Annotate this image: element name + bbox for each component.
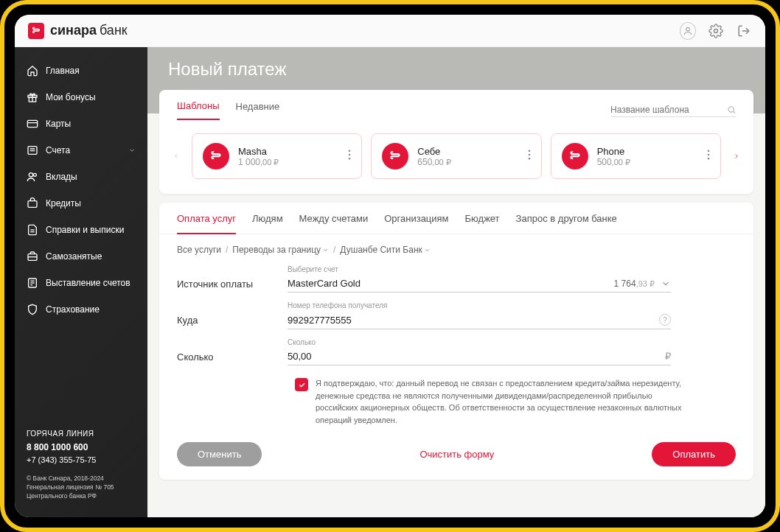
gift-icon [27, 91, 38, 103]
chevron-down-icon [128, 147, 136, 154]
svg-point-25 [349, 154, 351, 156]
chevron-down-icon [661, 279, 671, 289]
deposits-icon [27, 171, 38, 183]
tab-recent[interactable]: Недавние [236, 101, 280, 119]
templates-panel: Шаблоны Недавние Masha 1 [159, 90, 753, 194]
template-search-input[interactable] [610, 105, 722, 115]
sidebar-item-loans[interactable]: Кредиты [15, 190, 147, 217]
sidebar: Главная Мои бонусы Карты Счета Вклады [15, 47, 147, 517]
settings-button[interactable] [708, 23, 724, 39]
breadcrumb-root[interactable]: Все услуги [177, 245, 221, 255]
tab-templates[interactable]: Шаблоны [177, 100, 220, 120]
sidebar-item-accounts[interactable]: Счета [15, 137, 147, 164]
confirm-text: Я подтверждаю, что: данный перевод не св… [316, 377, 684, 426]
svg-point-29 [528, 158, 530, 160]
svg-point-11 [29, 173, 32, 177]
template-more-button[interactable] [528, 150, 531, 163]
sidebar-item-label: Самозанятые [46, 251, 102, 262]
dots-vertical-icon [528, 150, 531, 160]
source-label: Источник оплаты [177, 265, 288, 290]
template-more-button[interactable] [348, 150, 351, 163]
svg-point-22 [728, 107, 734, 112]
hotline-phone-2[interactable]: +7 (343) 355-75-75 [27, 454, 136, 466]
template-icon [562, 143, 588, 169]
svg-rect-13 [28, 201, 37, 208]
dots-vertical-icon [348, 150, 351, 160]
svc-tab-between[interactable]: Между счетами [299, 213, 369, 234]
dest-input[interactable] [288, 315, 659, 326]
svc-tab-otherbank[interactable]: Запрос в другом банке [516, 213, 617, 234]
svc-tab-budget[interactable]: Бюджет [465, 213, 500, 234]
source-select[interactable]: MasterCard Gold 1 764,93 ₽ [288, 275, 671, 293]
dest-caption: Номер телефона получателя [288, 301, 671, 309]
template-search[interactable] [610, 103, 736, 117]
sidebar-item-home[interactable]: Главная [15, 57, 147, 84]
gear-icon [708, 24, 723, 38]
breadcrumb-l2[interactable]: Душанбе Сити Банк [340, 245, 430, 255]
logout-icon [737, 24, 751, 38]
confirm-checkbox[interactable] [295, 378, 308, 391]
amount-input[interactable] [288, 351, 665, 362]
template-card[interactable]: Phone 500,00 ₽ [551, 133, 721, 179]
sidebar-item-label: Карты [46, 119, 71, 129]
cancel-button[interactable]: Отменить [177, 442, 262, 466]
svg-point-12 [33, 173, 36, 176]
chevron-down-icon [424, 247, 431, 253]
loans-icon [27, 197, 38, 209]
legal-line-1: © Банк Синара, 2018-2024 [27, 475, 136, 483]
sidebar-item-label: Вклады [46, 172, 77, 182]
svg-point-1 [714, 29, 718, 32]
sidebar-item-insurance[interactable]: Страхование [15, 296, 147, 323]
currency-symbol: ₽ [665, 351, 671, 362]
invoice-icon [27, 277, 38, 289]
breadcrumb-sep: / [333, 245, 335, 255]
sidebar-item-label: Выставление счетов [46, 278, 130, 288]
legal-line-3: Центрального банка РФ [27, 492, 136, 501]
svc-tab-orgs[interactable]: Организациям [384, 213, 448, 234]
svg-point-27 [528, 150, 530, 152]
help-button[interactable]: ? [659, 314, 671, 326]
breadcrumb-l1[interactable]: Переводы за границу [232, 245, 329, 255]
templates-prev[interactable] [170, 151, 183, 161]
sidebar-item-cards[interactable]: Карты [15, 111, 147, 137]
sidebar-item-deposits[interactable]: Вклады [15, 164, 147, 190]
chevron-right-icon [733, 151, 740, 161]
template-amount: 650,00 ₽ [417, 157, 518, 167]
avatar-icon [680, 22, 696, 40]
accounts-icon [27, 144, 38, 156]
svc-tab-services[interactable]: Оплата услуг [177, 213, 236, 234]
template-amount: 500,00 ₽ [597, 157, 698, 167]
sidebar-item-selfemployed[interactable]: Самозанятые [15, 243, 147, 270]
shield-icon [27, 304, 38, 315]
sidebar-item-invoicing[interactable]: Выставление счетов [15, 270, 147, 296]
payment-form-panel: Оплата услуг Людям Между счетами Организ… [159, 203, 753, 480]
chevron-left-icon [173, 151, 180, 161]
source-value: MasterCard Gold [288, 278, 614, 289]
template-more-button[interactable] [707, 150, 710, 163]
brand-logo-icon [28, 23, 44, 39]
main-content: Новый платеж Шаблоны Недавние [147, 47, 765, 517]
svg-point-32 [708, 158, 710, 160]
svg-point-28 [528, 154, 530, 156]
templates-next[interactable] [730, 151, 743, 161]
brand-name-bold: синара [50, 23, 97, 38]
hotline-phone-1[interactable]: 8 800 1000 600 [27, 441, 136, 454]
dest-label: Куда [177, 301, 288, 326]
clear-form-button[interactable]: Очистить форму [399, 442, 515, 466]
chevron-down-icon [322, 247, 329, 253]
template-name: Masha [238, 146, 339, 157]
sidebar-item-label: Счета [46, 145, 70, 155]
top-bar: синара банк [15, 15, 765, 47]
profile-button[interactable] [680, 23, 696, 39]
pay-button[interactable]: Оплатить [652, 442, 736, 466]
sidebar-item-statements[interactable]: Справки и выписки [15, 217, 147, 243]
template-card[interactable]: Себе 650,00 ₽ [371, 133, 541, 179]
template-name: Phone [597, 146, 698, 157]
sidebar-item-bonuses[interactable]: Мои бонусы [15, 84, 147, 111]
template-name: Себе [417, 146, 518, 157]
template-card[interactable]: Masha 1 000,00 ₽ [192, 133, 362, 179]
source-balance: 1 764,93 ₽ [614, 279, 655, 289]
logout-button[interactable] [736, 23, 752, 39]
sidebar-footer: ГОРЯЧАЯ ЛИНИЯ 8 800 1000 600 +7 (343) 35… [15, 419, 147, 510]
svc-tab-people[interactable]: Людям [252, 213, 283, 234]
